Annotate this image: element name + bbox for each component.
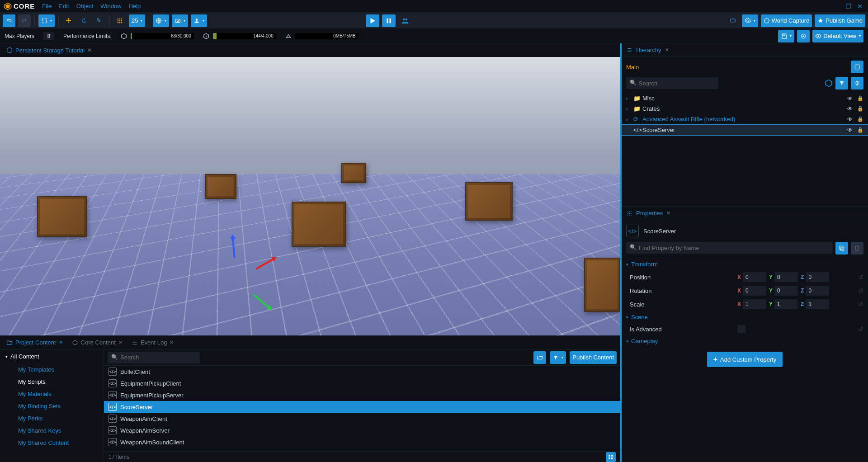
rotation-y-input[interactable]: [774, 286, 798, 296]
visibility-icon[interactable]: 👁: [847, 116, 853, 123]
content-item[interactable]: </>WeaponAimSoundClient: [104, 436, 620, 448]
play-button[interactable]: [366, 14, 379, 27]
screen-share-icon[interactable]: [726, 14, 739, 27]
open-folder-button[interactable]: [533, 351, 546, 364]
reset-icon[interactable]: ↺: [858, 301, 863, 308]
undo-button[interactable]: [3, 14, 15, 27]
camera-button[interactable]: ▾: [172, 14, 188, 27]
menu-help[interactable]: Help: [129, 3, 141, 9]
position-x-input[interactable]: [743, 272, 766, 282]
hierarchy-row[interactable]: </>ScoreServer👁🔒: [622, 124, 868, 136]
tab-event-log[interactable]: Event Log✕: [127, 336, 179, 349]
hierarchy-row[interactable]: ▹⟳Advanced Assault Rifle (networked)👁🔒: [622, 114, 868, 124]
content-item[interactable]: </>ScoreServer: [104, 401, 620, 413]
select-mode-button[interactable]: ▾: [38, 14, 55, 27]
window-minimize-icon[interactable]: —: [832, 3, 842, 10]
hierarchy-root[interactable]: Main: [626, 64, 847, 71]
publish-content-button[interactable]: Publish Content: [570, 351, 617, 364]
move-tool-button[interactable]: [62, 14, 75, 27]
content-item[interactable]: </>WeaponAimClient: [104, 413, 620, 424]
world-capture-button[interactable]: World Capture: [761, 14, 812, 27]
content-item[interactable]: </>BulletClient: [104, 366, 620, 377]
position-y-input[interactable]: [774, 272, 798, 282]
tab-core-content[interactable]: Core Content✕: [67, 336, 127, 349]
lock-icon[interactable]: 🔒: [857, 127, 863, 133]
lock-icon[interactable]: 🔒: [857, 116, 863, 122]
position-z-input[interactable]: [806, 272, 829, 282]
window-maximize-icon[interactable]: ❐: [844, 3, 854, 10]
sidebar-item[interactable]: My Materials: [0, 388, 104, 400]
visibility-icon[interactable]: 👁: [847, 95, 853, 102]
menu-edit[interactable]: Edit: [59, 3, 69, 9]
reset-icon[interactable]: ↺: [858, 325, 863, 333]
filter-button[interactable]: ▾: [550, 351, 566, 364]
content-item[interactable]: </>EquipmentPickupServer: [104, 389, 620, 401]
menu-file[interactable]: File: [42, 3, 52, 9]
close-icon[interactable]: ✕: [170, 339, 174, 345]
section-scene[interactable]: Scene: [622, 311, 868, 323]
hierarchy-filter-button[interactable]: [835, 77, 848, 90]
lock-icon[interactable]: 🔒: [857, 95, 863, 101]
pause-button[interactable]: [382, 14, 396, 27]
content-item[interactable]: </>WeaponAimServer: [104, 424, 620, 436]
sidebar-item[interactable]: My Scripts: [0, 376, 104, 388]
row-icon: 📁: [633, 105, 640, 112]
hierarchy-search-input[interactable]: [626, 77, 718, 89]
grid-snap-button[interactable]: [113, 14, 126, 27]
hierarchy-row[interactable]: ▹📁Crates👁🔒: [622, 104, 868, 114]
close-icon[interactable]: ✕: [666, 210, 670, 216]
close-icon[interactable]: ✕: [118, 339, 123, 345]
menu-object[interactable]: Object: [76, 3, 94, 9]
content-search-input[interactable]: [108, 352, 200, 363]
close-icon[interactable]: ✕: [87, 47, 92, 53]
is-advanced-checkbox[interactable]: [737, 325, 745, 333]
world-space-button[interactable]: ▾: [153, 14, 169, 27]
reset-icon[interactable]: ↺: [858, 273, 863, 281]
scale-y-input[interactable]: [774, 299, 798, 309]
menu-window[interactable]: Window: [100, 3, 121, 9]
close-icon[interactable]: ✕: [665, 47, 669, 53]
multiplayer-preview-button[interactable]: [398, 14, 412, 27]
default-view-button[interactable]: Default View▾: [812, 30, 863, 42]
snap-value-button[interactable]: 25▾: [129, 14, 145, 27]
section-gameplay[interactable]: Gameplay: [622, 335, 868, 347]
hierarchy-row[interactable]: ▹📁Misc👁🔒: [622, 93, 868, 104]
publish-game-button[interactable]: Publish Game: [815, 14, 865, 27]
visibility-icon[interactable]: 👁: [847, 127, 853, 133]
hierarchy-collapse-button[interactable]: [851, 77, 863, 90]
content-item[interactable]: </>EquipmentPickupClient: [104, 377, 620, 389]
rotation-x-input[interactable]: [743, 286, 766, 296]
lock-icon[interactable]: 🔒: [857, 106, 863, 112]
close-icon[interactable]: ✕: [59, 339, 63, 345]
rotation-z-input[interactable]: [806, 286, 829, 296]
target-button[interactable]: [797, 30, 810, 42]
cube-filter-icon[interactable]: [825, 79, 833, 87]
settings-gear-button[interactable]: ▾: [742, 14, 758, 27]
visibility-icon[interactable]: 👁: [847, 106, 853, 112]
sidebar-item[interactable]: My Templates: [0, 363, 104, 376]
viewport-3d[interactable]: [0, 57, 620, 335]
sidebar-item[interactable]: My Binding Sets: [0, 400, 104, 412]
hierarchy-title: Hierarchy: [636, 47, 661, 53]
scale-z-input[interactable]: [806, 299, 829, 309]
sidebar-item[interactable]: My Shared Content: [0, 437, 104, 449]
add-custom-property-button[interactable]: +Add Custom Property: [707, 352, 783, 367]
scene-tab[interactable]: Persistent Storage Tutorial ✕: [2, 43, 96, 57]
sidebar-item[interactable]: My Shared Keys: [0, 424, 104, 437]
item-count: 17 Items: [108, 454, 129, 460]
avatar-button[interactable]: ▾: [191, 14, 207, 27]
property-search-input[interactable]: [626, 242, 833, 254]
section-transform[interactable]: Transform: [622, 258, 868, 270]
sidebar-item[interactable]: My Perks: [0, 412, 104, 424]
all-content-header[interactable]: ▾All Content: [0, 349, 104, 363]
rotate-tool-button[interactable]: [78, 14, 90, 27]
reset-icon[interactable]: ↺: [858, 287, 863, 294]
tab-project-content[interactable]: Project Content✕: [2, 336, 67, 349]
window-close-icon[interactable]: ✕: [855, 3, 864, 10]
save-button[interactable]: ▾: [778, 30, 794, 42]
grid-view-button[interactable]: [606, 452, 616, 462]
scale-tool-button[interactable]: [93, 14, 106, 27]
scene-settings-button[interactable]: [851, 61, 863, 73]
scale-x-input[interactable]: [743, 299, 766, 309]
copy-button[interactable]: [835, 242, 848, 255]
